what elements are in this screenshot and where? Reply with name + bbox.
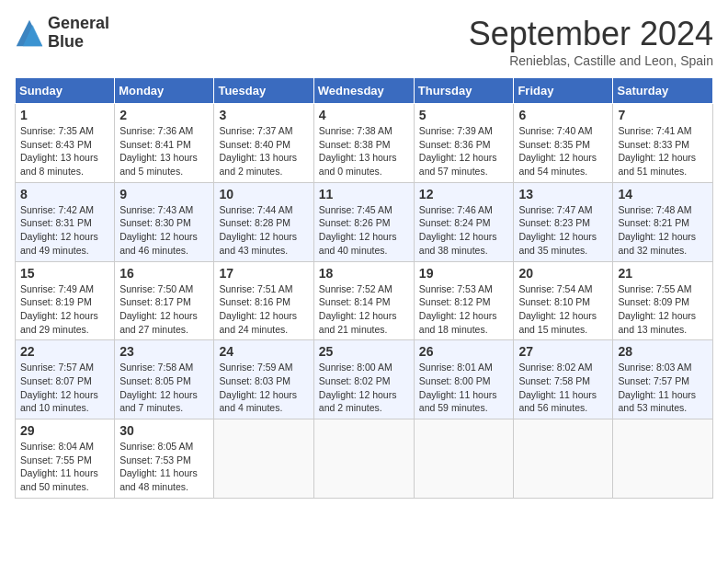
day-info: Sunrise: 7:45 AM Sunset: 8:26 PM Dayligh… [319, 203, 409, 258]
calendar-cell: 11 Sunrise: 7:45 AM Sunset: 8:26 PM Dayl… [313, 182, 414, 261]
calendar-row: 15 Sunrise: 7:49 AM Sunset: 8:19 PM Dayl… [16, 261, 713, 340]
calendar-cell: 9 Sunrise: 7:43 AM Sunset: 8:30 PM Dayli… [115, 182, 214, 261]
calendar-cell: 26 Sunrise: 8:01 AM Sunset: 8:00 PM Dayl… [414, 340, 514, 419]
calendar-cell: 7 Sunrise: 7:41 AM Sunset: 8:33 PM Dayli… [613, 104, 713, 183]
day-info: Sunrise: 8:04 AM Sunset: 7:55 PM Dayligh… [20, 440, 109, 494]
day-info: Sunrise: 7:57 AM Sunset: 8:07 PM Dayligh… [20, 361, 109, 415]
day-info: Sunrise: 7:49 AM Sunset: 8:19 PM Dayligh… [20, 282, 109, 337]
day-info: Sunrise: 7:44 AM Sunset: 8:28 PM Dayligh… [219, 203, 308, 258]
day-number: 18 [319, 266, 409, 281]
calendar-cell: 21 Sunrise: 7:55 AM Sunset: 8:09 PM Dayl… [613, 261, 713, 340]
calendar-cell: 25 Sunrise: 8:00 AM Sunset: 8:02 PM Dayl… [313, 340, 414, 419]
day-number: 11 [319, 187, 409, 201]
calendar-cell: 18 Sunrise: 7:52 AM Sunset: 8:14 PM Dayl… [313, 261, 414, 340]
calendar-body: 1 Sunrise: 7:35 AM Sunset: 8:43 PM Dayli… [16, 104, 713, 499]
day-number: 8 [20, 187, 109, 201]
day-number: 22 [20, 344, 109, 359]
calendar-cell: 27 Sunrise: 8:02 AM Sunset: 7:58 PM Dayl… [514, 340, 613, 419]
calendar-cell: 23 Sunrise: 7:58 AM Sunset: 8:05 PM Dayl… [115, 340, 214, 419]
calendar-cell: 12 Sunrise: 7:46 AM Sunset: 8:24 PM Dayl… [414, 182, 514, 261]
day-number: 24 [219, 344, 308, 359]
day-info: Sunrise: 7:54 AM Sunset: 8:10 PM Dayligh… [518, 282, 608, 337]
title-block: September 2024 Renieblas, Castille and L… [469, 15, 713, 68]
day-number: 10 [219, 187, 308, 201]
calendar-cell [514, 419, 613, 499]
calendar-cell: 4 Sunrise: 7:38 AM Sunset: 8:38 PM Dayli… [313, 104, 414, 183]
calendar-row: 1 Sunrise: 7:35 AM Sunset: 8:43 PM Dayli… [16, 104, 713, 183]
day-number: 15 [20, 266, 109, 281]
header-row: SundayMondayTuesdayWednesdayThursdayFrid… [16, 78, 713, 104]
day-number: 1 [20, 108, 109, 122]
header-cell-friday: Friday [514, 78, 613, 104]
day-number: 21 [618, 266, 708, 281]
calendar-cell: 6 Sunrise: 7:40 AM Sunset: 8:35 PM Dayli… [514, 104, 613, 183]
day-number: 12 [419, 187, 509, 201]
day-info: Sunrise: 7:47 AM Sunset: 8:23 PM Dayligh… [518, 203, 608, 258]
calendar-cell: 17 Sunrise: 7:51 AM Sunset: 8:16 PM Dayl… [214, 261, 313, 340]
day-info: Sunrise: 7:59 AM Sunset: 8:03 PM Dayligh… [219, 361, 308, 415]
day-info: Sunrise: 8:01 AM Sunset: 8:00 PM Dayligh… [419, 361, 509, 415]
day-info: Sunrise: 7:37 AM Sunset: 8:40 PM Dayligh… [219, 124, 308, 178]
day-info: Sunrise: 7:55 AM Sunset: 8:09 PM Dayligh… [618, 282, 708, 337]
day-number: 27 [518, 344, 608, 359]
logo: General Blue [15, 15, 109, 52]
calendar-cell: 20 Sunrise: 7:54 AM Sunset: 8:10 PM Dayl… [514, 261, 613, 340]
day-info: Sunrise: 7:38 AM Sunset: 8:38 PM Dayligh… [319, 124, 409, 178]
day-info: Sunrise: 7:50 AM Sunset: 8:17 PM Dayligh… [119, 282, 209, 337]
calendar-cell: 3 Sunrise: 7:37 AM Sunset: 8:40 PM Dayli… [214, 104, 313, 183]
header-cell-sunday: Sunday [16, 78, 115, 104]
day-info: Sunrise: 7:41 AM Sunset: 8:33 PM Dayligh… [618, 124, 708, 178]
day-info: Sunrise: 8:00 AM Sunset: 8:02 PM Dayligh… [319, 361, 409, 415]
calendar-cell: 14 Sunrise: 7:48 AM Sunset: 8:21 PM Dayl… [613, 182, 713, 261]
day-number: 14 [618, 187, 708, 201]
calendar-cell: 8 Sunrise: 7:42 AM Sunset: 8:31 PM Dayli… [16, 182, 115, 261]
calendar-cell: 16 Sunrise: 7:50 AM Sunset: 8:17 PM Dayl… [115, 261, 214, 340]
day-number: 26 [419, 344, 509, 359]
day-info: Sunrise: 8:02 AM Sunset: 7:58 PM Dayligh… [518, 361, 608, 415]
location: Renieblas, Castille and Leon, Spain [469, 53, 713, 68]
day-number: 5 [419, 108, 509, 122]
day-info: Sunrise: 7:36 AM Sunset: 8:41 PM Dayligh… [119, 124, 209, 178]
calendar-cell [613, 419, 713, 499]
day-info: Sunrise: 7:51 AM Sunset: 8:16 PM Dayligh… [219, 282, 308, 337]
calendar-cell: 2 Sunrise: 7:36 AM Sunset: 8:41 PM Dayli… [115, 104, 214, 183]
day-number: 19 [419, 266, 509, 281]
logo-icon [15, 18, 44, 48]
day-number: 6 [518, 108, 608, 122]
month-title: September 2024 [469, 15, 713, 53]
day-number: 25 [319, 344, 409, 359]
day-info: Sunrise: 7:43 AM Sunset: 8:30 PM Dayligh… [119, 203, 209, 258]
day-number: 17 [219, 266, 308, 281]
calendar-table: SundayMondayTuesdayWednesdayThursdayFrid… [15, 77, 713, 499]
page-header: General Blue September 2024 Renieblas, C… [15, 15, 713, 68]
day-number: 29 [20, 423, 109, 438]
day-info: Sunrise: 7:52 AM Sunset: 8:14 PM Dayligh… [319, 282, 409, 337]
header-cell-wednesday: Wednesday [313, 78, 414, 104]
day-number: 28 [618, 344, 708, 359]
header-cell-saturday: Saturday [613, 78, 713, 104]
calendar-cell [313, 419, 414, 499]
day-info: Sunrise: 7:58 AM Sunset: 8:05 PM Dayligh… [119, 361, 209, 415]
calendar-cell: 15 Sunrise: 7:49 AM Sunset: 8:19 PM Dayl… [16, 261, 115, 340]
calendar-row: 8 Sunrise: 7:42 AM Sunset: 8:31 PM Dayli… [16, 182, 713, 261]
day-number: 13 [518, 187, 608, 201]
day-number: 16 [119, 266, 209, 281]
header-cell-tuesday: Tuesday [214, 78, 313, 104]
day-info: Sunrise: 7:48 AM Sunset: 8:21 PM Dayligh… [618, 203, 708, 258]
day-info: Sunrise: 8:03 AM Sunset: 7:57 PM Dayligh… [618, 361, 708, 415]
calendar-cell: 13 Sunrise: 7:47 AM Sunset: 8:23 PM Dayl… [514, 182, 613, 261]
day-info: Sunrise: 7:39 AM Sunset: 8:36 PM Dayligh… [419, 124, 509, 178]
day-number: 30 [119, 423, 209, 438]
calendar-cell: 19 Sunrise: 7:53 AM Sunset: 8:12 PM Dayl… [414, 261, 514, 340]
header-cell-monday: Monday [115, 78, 214, 104]
day-info: Sunrise: 7:40 AM Sunset: 8:35 PM Dayligh… [518, 124, 608, 178]
calendar-row: 29 Sunrise: 8:04 AM Sunset: 7:55 PM Dayl… [16, 419, 713, 499]
calendar-header: SundayMondayTuesdayWednesdayThursdayFrid… [16, 78, 713, 104]
calendar-cell: 5 Sunrise: 7:39 AM Sunset: 8:36 PM Dayli… [414, 104, 514, 183]
logo-text: General Blue [48, 15, 109, 52]
calendar-row: 22 Sunrise: 7:57 AM Sunset: 8:07 PM Dayl… [16, 340, 713, 419]
day-number: 3 [219, 108, 308, 122]
header-cell-thursday: Thursday [414, 78, 514, 104]
calendar-cell: 30 Sunrise: 8:05 AM Sunset: 7:53 PM Dayl… [115, 419, 214, 499]
day-info: Sunrise: 7:35 AM Sunset: 8:43 PM Dayligh… [20, 124, 109, 178]
